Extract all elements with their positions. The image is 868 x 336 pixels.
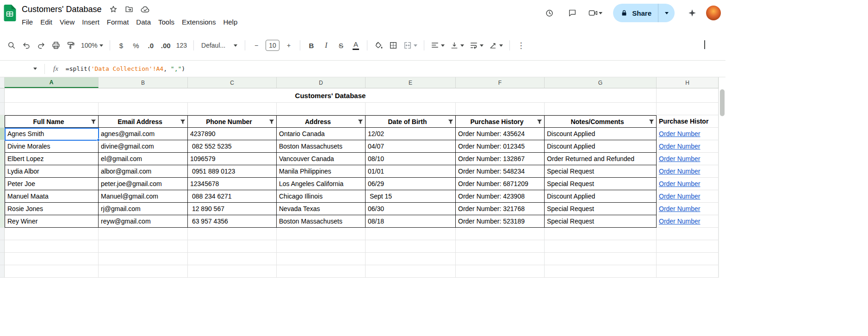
cell[interactable]: Lydia Albor [5,165,99,178]
order-number-link[interactable]: Order Number [659,168,700,175]
cell[interactable]: Chicago Illinois [277,190,366,203]
cell[interactable]: divine@gmail.com [99,140,188,153]
column-h-header[interactable]: Purchase Histor [657,115,719,128]
menu-tools[interactable]: Tools [155,17,178,27]
share-button[interactable]: Share [613,9,658,17]
cell[interactable] [277,228,366,240]
cell[interactable]: Manuel@gmail.com [99,190,188,203]
text-wrap-button[interactable] [467,39,486,52]
cell[interactable]: Manuel Maata [5,190,99,203]
cell[interactable] [277,240,366,253]
cell[interactable] [188,228,277,240]
row-header[interactable] [0,203,5,215]
paint-format-button[interactable] [64,39,78,52]
move-folder-icon[interactable] [125,5,133,13]
filter-icon[interactable] [448,119,453,124]
cell[interactable] [366,103,456,115]
order-number-link[interactable]: Order Number [659,193,700,200]
filter-icon[interactable] [269,119,274,124]
italic-button[interactable]: I [319,39,333,52]
cell[interactable]: Discount Applied [545,128,657,140]
cell[interactable]: Order Number: 132867 [456,153,545,165]
cell[interactable] [5,240,99,253]
font-size-input[interactable]: 10 [266,40,279,51]
merge-cells-button[interactable] [401,39,420,52]
order-number-link[interactable]: Order Number [659,180,700,187]
row-header[interactable] [0,215,5,228]
cell[interactable]: 08/10 [366,153,456,165]
column-header-G[interactable]: G [545,77,657,88]
column-header-F[interactable]: F [456,77,545,88]
cell[interactable]: 082 552 5235 [188,140,277,153]
cell[interactable] [99,265,188,278]
row-header[interactable] [0,88,5,103]
sheets-logo[interactable] [4,5,16,21]
comment-button[interactable] [563,4,582,22]
cell[interactable]: Order Returned and Refunded [545,153,657,165]
cell[interactable]: Special Request [545,165,657,178]
cell[interactable]: Vancouver Canada [277,153,366,165]
menu-view[interactable]: View [56,17,78,27]
print-button[interactable] [49,39,63,52]
filter-icon[interactable] [91,119,96,124]
cell[interactable]: 12/02 [366,128,456,140]
cell[interactable]: Special Request [545,203,657,215]
cell[interactable]: Los Angeles California [277,178,366,190]
filter-icon[interactable] [649,119,654,124]
search-menus-button[interactable] [5,39,19,52]
row-header[interactable] [0,103,5,115]
row-header[interactable] [0,253,5,265]
cell[interactable]: Rey Winer [5,215,99,228]
cell[interactable]: Order Number: 6871209 [456,178,545,190]
select-all-corner[interactable] [0,77,5,88]
cell[interactable]: reyw@gmail.com [99,215,188,228]
cell[interactable] [99,240,188,253]
cell[interactable]: 12345678 [188,178,277,190]
link-cell[interactable]: Order Number [657,153,719,165]
format-percent-button[interactable]: % [129,39,143,52]
table-header-cell[interactable]: Email Address [99,115,188,128]
table-header-cell[interactable]: Address [277,115,366,128]
cell[interactable]: Special Request [545,215,657,228]
zoom-selector[interactable]: 100% [79,39,105,52]
cell[interactable]: Ontario Canada [277,128,366,140]
cell[interactable]: Discount Applied [545,190,657,203]
cell[interactable] [657,253,719,265]
link-cell[interactable]: Order Number [657,190,719,203]
scrollbar-thumb[interactable] [720,89,725,116]
row-header[interactable] [0,265,5,278]
cell[interactable]: Boston Massachusets [277,215,366,228]
decrease-decimal-button[interactable]: .0 [144,39,158,52]
cell[interactable] [5,265,99,278]
cell[interactable]: 06/29 [366,178,456,190]
link-cell[interactable]: Order Number [657,165,719,178]
gemini-button[interactable] [683,4,701,22]
vertical-scrollbar[interactable] [719,77,725,278]
hide-menus-button[interactable] [704,41,705,50]
cell[interactable]: Order Number: 548234 [456,165,545,178]
cell[interactable] [277,103,366,115]
increase-decimal-button[interactable]: .00 [159,39,173,52]
menu-extensions[interactable]: Extensions [178,17,219,27]
cell[interactable] [99,253,188,265]
cell[interactable] [188,240,277,253]
horizontal-align-button[interactable] [428,39,447,52]
fill-color-button[interactable] [372,39,385,52]
cell[interactable] [456,103,545,115]
cell[interactable]: albor@gmail.com [99,165,188,178]
cell[interactable]: 01/01 [366,165,456,178]
table-header-cell[interactable]: Date of Birth [366,115,456,128]
cell[interactable] [545,240,657,253]
cell[interactable]: Order Number: 321768 [456,203,545,215]
link-cell[interactable]: Order Number [657,178,719,190]
more-options-button[interactable]: ⋮ [514,39,528,52]
cell[interactable] [5,253,99,265]
order-number-link[interactable]: Order Number [659,218,700,225]
cell[interactable]: Rosie Jones [5,203,99,215]
cell[interactable] [657,240,719,253]
cell[interactable] [5,228,99,240]
cell[interactable] [366,228,456,240]
cell[interactable]: Special Request [545,178,657,190]
cell[interactable]: Agnes Smith [5,128,99,140]
saved-cloud-icon[interactable] [141,5,150,13]
